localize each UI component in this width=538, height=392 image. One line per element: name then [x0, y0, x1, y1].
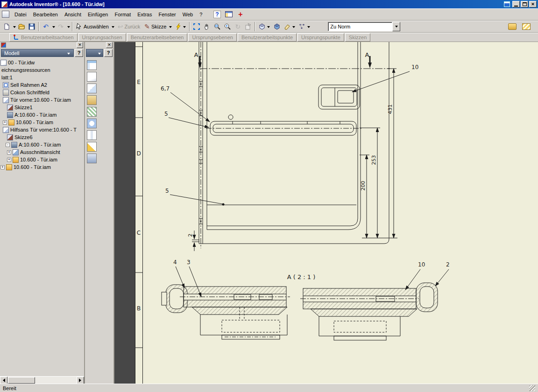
select-button[interactable]: Auswählen	[74, 21, 116, 32]
rotate-button[interactable]: ↻	[233, 21, 243, 32]
browser-hscrollbar[interactable]	[0, 376, 84, 384]
zoom-window-button[interactable]	[212, 21, 222, 32]
pan-button[interactable]	[202, 21, 212, 32]
tree-item[interactable]: eichnungsressourcen	[0, 66, 84, 74]
browser-close-button[interactable]: ✕	[77, 42, 83, 48]
zoom-button[interactable]	[222, 21, 233, 32]
expander-plus-icon[interactable]: +	[0, 165, 5, 169]
drawing-canvas[interactable]: E D C B	[114, 42, 538, 384]
dimension-431[interactable]: 431	[387, 105, 393, 114]
panel-selector-dropdown[interactable]	[86, 49, 103, 57]
section-marker-right[interactable]: A	[365, 51, 369, 58]
tree-item[interactable]: Sell Rahmen A2	[0, 81, 84, 89]
save-button[interactable]	[27, 21, 37, 32]
collaboration-button[interactable]: +	[235, 10, 245, 19]
zoom-all-button[interactable]	[191, 21, 202, 32]
style-button[interactable]	[297, 21, 312, 32]
dimension-253[interactable]: 253	[371, 155, 377, 165]
appearance-button[interactable]	[507, 21, 518, 32]
norm-combobox-arrow[interactable]	[392, 22, 400, 31]
update-button[interactable]	[174, 21, 188, 32]
balloon-2[interactable]: 2	[446, 261, 450, 268]
tree-item[interactable]: +10.600 - Tür.iam	[0, 156, 84, 163]
projected-view-icon[interactable]	[87, 84, 97, 93]
dimension-2[interactable]: 2	[187, 234, 193, 237]
expander-plus-icon[interactable]: +	[3, 120, 7, 125]
undo-button[interactable]: ↶	[41, 21, 51, 32]
tree-item[interactable]: 00 - Tür.idw	[0, 59, 84, 66]
balloon-10[interactable]: 10	[418, 261, 425, 268]
menu-hilfe[interactable]: ?	[196, 10, 205, 19]
expander-minus-icon[interactable]: -	[6, 143, 10, 147]
minimize-button[interactable]	[512, 1, 520, 7]
new-dropdown-arrow[interactable]	[13, 26, 16, 29]
filter-benutzerarbeitspunkte[interactable]: Benutzerarbeitspunkte	[238, 33, 297, 42]
browser-caption[interactable]: ✕	[0, 42, 84, 49]
browser-mode-dropdown[interactable]: Modell	[1, 49, 74, 57]
tree-item[interactable]: A:10.600 - Tür.iam	[0, 111, 84, 119]
filter-ursprungspunkte[interactable]: Ursprungspunkte	[297, 33, 344, 42]
document-icon[interactable]	[2, 11, 9, 18]
expander-plus-icon[interactable]: +	[7, 158, 11, 162]
redo-dropdown-arrow[interactable]	[67, 26, 70, 29]
balloon-10[interactable]: 10	[411, 64, 418, 70]
filter-benutzerarbeitsebenen[interactable]: Benutzerarbeitsebenen	[127, 33, 188, 42]
menu-bearbeiten[interactable]: Bearbeiten	[30, 10, 61, 19]
section-marker-left[interactable]: A	[194, 51, 198, 58]
erase-button[interactable]	[282, 21, 297, 32]
app-icon[interactable]	[1, 1, 7, 7]
scroll-left-button[interactable]	[0, 377, 7, 384]
browser-help-button[interactable]: ?	[75, 49, 83, 57]
open-button[interactable]	[16, 21, 27, 32]
expander-plus-icon[interactable]: +	[7, 150, 11, 154]
norm-combobox[interactable]: Zu Norm	[328, 22, 400, 31]
balloon-4[interactable]: 4	[173, 259, 177, 266]
close-button[interactable]: ✕	[529, 1, 537, 7]
panelbar-help-button[interactable]: ?	[104, 49, 113, 57]
sketch-button[interactable]: ✎ Skizze	[143, 21, 174, 32]
tree-item[interactable]: Tür vorne:10.600 - Tür.iam	[0, 96, 84, 104]
auxiliary-view-icon[interactable]	[87, 95, 97, 105]
new-button[interactable]	[1, 21, 12, 32]
filter-skizzen[interactable]: Skizzen	[345, 33, 371, 42]
menu-web[interactable]: Web	[179, 10, 196, 19]
tree-item[interactable]: latt:1	[0, 74, 84, 81]
display-mode-button[interactable]	[272, 21, 282, 32]
draft-view-icon[interactable]	[87, 154, 97, 163]
back-button[interactable]: ↩ Zurück	[116, 21, 143, 32]
undo-dropdown-arrow[interactable]	[52, 26, 55, 29]
balloon-6-7[interactable]: 6,7	[161, 85, 170, 92]
table-button[interactable]	[224, 10, 234, 19]
detail-view-icon[interactable]	[87, 119, 97, 128]
tree-item[interactable]: Skizze6	[0, 133, 84, 141]
menu-fenster[interactable]: Fenster	[155, 10, 179, 19]
dimension-200[interactable]: 200	[360, 181, 366, 191]
tree-item[interactable]: Hilfsans Tür vorne:10.600 - T	[0, 126, 84, 133]
tree-item[interactable]: +10.600 - Tür.iam	[0, 163, 84, 171]
tree-item[interactable]: Skizze1	[0, 104, 84, 111]
menu-ansicht[interactable]: Ansicht	[61, 10, 85, 19]
detail-view-title[interactable]: A ( 2 : 1 )	[287, 273, 316, 280]
norm-combobox-value[interactable]: Zu Norm	[328, 22, 392, 31]
breakout-view-icon[interactable]	[87, 142, 97, 152]
filter-benutzerarbeitsachsen[interactable]: Benutzerarbeitsachsen	[9, 33, 78, 42]
maximize-button[interactable]	[521, 1, 528, 7]
redo-button[interactable]: ↷	[56, 21, 66, 32]
menu-extras[interactable]: Extras	[134, 10, 155, 19]
look-at-button[interactable]	[243, 21, 253, 32]
camera-view-button[interactable]	[257, 21, 272, 32]
panelbar-close-button[interactable]: ✕	[106, 42, 113, 48]
tree-item[interactable]: Cokon Schriftfeld	[0, 89, 84, 96]
whats-this-button[interactable]: ?	[212, 10, 222, 19]
child-window-icon[interactable]	[504, 1, 510, 7]
tree-item[interactable]: -A:10.600 - Tür.iam	[0, 141, 84, 148]
base-view-icon[interactable]	[87, 72, 97, 82]
new-sheet-icon[interactable]	[87, 60, 97, 70]
filter-ursprungsebenen[interactable]: Ursprungsebenen	[188, 33, 236, 42]
balloon-3[interactable]: 3	[187, 259, 191, 266]
panelbar-caption[interactable]: ✕	[85, 42, 113, 49]
menu-datei[interactable]: Datei	[11, 10, 30, 19]
resize-grip-icon[interactable]	[529, 385, 535, 391]
section-view-icon[interactable]	[87, 107, 97, 117]
balloon-5[interactable]: 5	[164, 111, 168, 117]
